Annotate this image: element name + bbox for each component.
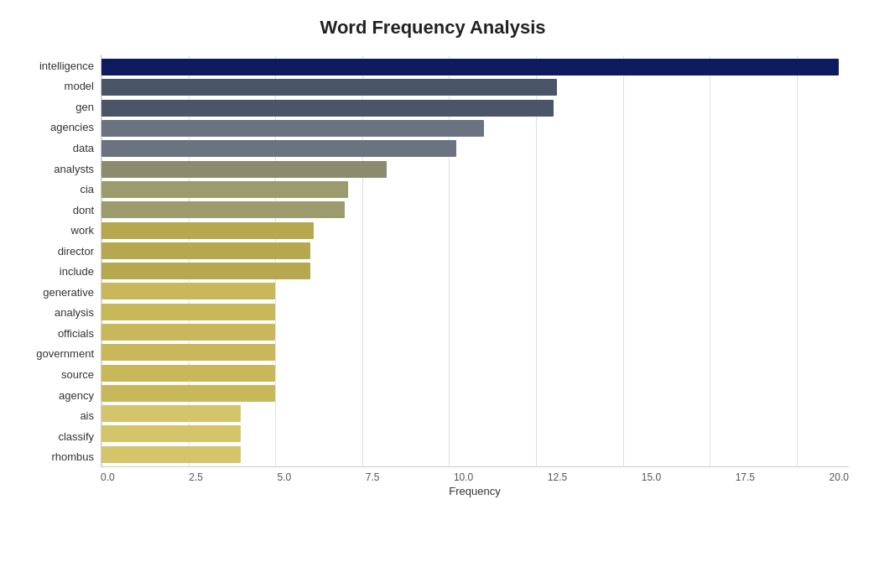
bar-generative [101,283,275,299]
bar-include [101,263,310,279]
bar-row-agency [101,383,849,403]
x-tick: 10.0 [454,471,473,483]
bar-row-intelligence [101,57,849,77]
y-label-classify: classify [58,426,94,447]
y-label-source: source [61,364,94,385]
x-axis: 0.02.55.07.510.012.515.017.520.0 [101,467,849,483]
x-tick: 20.0 [830,471,849,483]
bar-agencies [101,120,484,137]
bar-analysis [101,304,275,320]
bar-classify [101,425,241,442]
y-label-agencies: agencies [50,117,94,138]
x-tick: 12.5 [548,471,567,483]
x-tick: 2.5 [189,471,203,483]
bar-intelligence [101,59,839,75]
bar-cia [101,181,348,198]
bar-row-dont [101,200,849,220]
bar-row-agencies [101,118,849,138]
bar-source [101,365,275,382]
bar-row-source [101,362,849,382]
bar-row-generative [101,281,849,301]
y-label-cia: cia [80,179,94,200]
x-tick: 5.0 [277,471,291,483]
y-label-data: data [73,138,94,159]
bar-row-rhombus [101,445,849,465]
bar-row-classify [101,424,849,444]
plot-area [101,55,849,467]
y-label-model: model [65,76,94,97]
y-label-intelligence: intelligence [39,55,94,76]
y-label-rhombus: rhombus [51,446,94,467]
y-label-analysts: analysts [54,159,94,180]
bar-agency [101,385,275,402]
bar-dont [101,201,345,218]
bar-director [101,242,310,259]
bar-analysts [101,161,387,178]
bar-row-gen [101,98,849,118]
bar-data [101,140,456,157]
bar-row-data [101,138,849,159]
chart-title: Word Frequency Analysis [17,17,849,39]
bar-work [101,222,314,239]
bar-row-model [101,77,849,97]
y-label-include: include [60,261,94,282]
bar-row-work [101,220,849,240]
y-label-ais: ais [80,405,94,426]
y-label-director: director [58,241,94,262]
bar-row-include [101,261,849,281]
chart-container: Word Frequency Analysis intelligencemode… [0,0,874,588]
bar-row-analysts [101,159,849,179]
bar-rhombus [101,446,241,463]
y-label-officials: officials [58,323,94,344]
x-tick: 7.5 [366,471,380,483]
y-label-work: work [71,220,94,241]
y-label-government: government [36,344,94,365]
bar-row-analysis [101,302,849,322]
bar-row-director [101,241,849,261]
x-axis-label: Frequency [101,485,849,497]
x-tick: 0.0 [101,471,115,483]
bar-row-officials [101,322,849,342]
bar-model [101,79,557,96]
y-axis: intelligencemodelgenagenciesdataanalysts… [17,55,101,467]
bar-row-ais [101,403,849,424]
y-label-dont: dont [73,200,94,221]
x-tick: 17.5 [736,471,755,483]
x-tick: 15.0 [642,471,661,483]
y-label-gen: gen [75,96,94,117]
y-label-analysis: analysis [55,303,94,324]
bar-row-government [101,342,849,362]
y-label-agency: agency [59,385,94,406]
bar-gen [101,100,554,117]
bar-officials [101,324,275,341]
bar-row-cia [101,180,849,200]
y-label-generative: generative [43,282,94,303]
bar-government [101,344,275,361]
bar-ais [101,405,241,422]
